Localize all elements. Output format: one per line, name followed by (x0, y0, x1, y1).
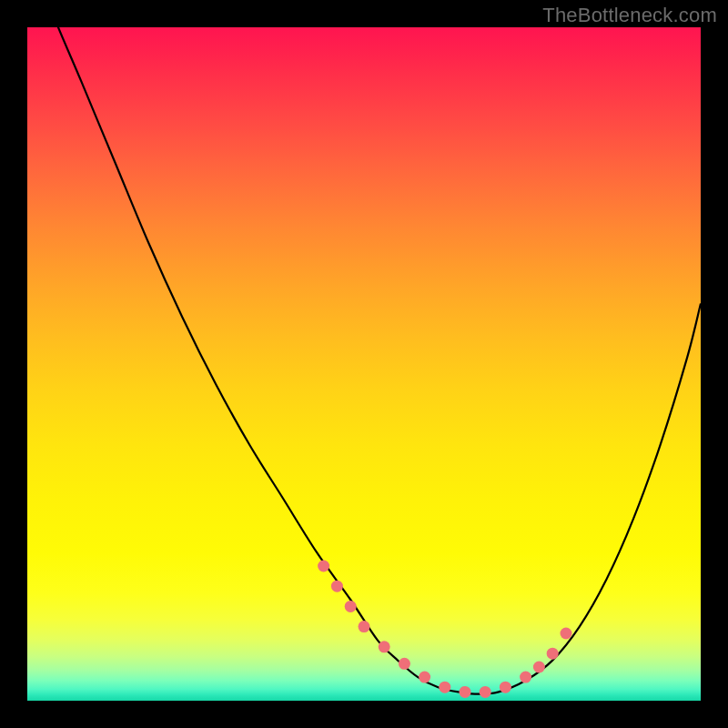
sample-dot (439, 682, 450, 693)
sample-dot (547, 648, 559, 660)
bottleneck-curve (27, 27, 701, 694)
sample-dots-group (318, 561, 571, 698)
watermark-text: TheBottleneck.com (542, 4, 717, 27)
sample-dot (318, 561, 329, 572)
chart-frame: TheBottleneck.com (0, 0, 728, 728)
sample-dot (345, 601, 357, 612)
sample-dot (533, 662, 545, 673)
sample-dot (480, 686, 491, 698)
sample-dot (520, 672, 531, 683)
sample-dot (331, 581, 343, 592)
sample-dot (379, 641, 390, 652)
sample-dot (419, 672, 430, 683)
plot-area (27, 27, 701, 701)
sample-dot (460, 686, 471, 698)
sample-dot (359, 621, 370, 632)
sample-dot (561, 628, 572, 640)
sample-dot (399, 658, 410, 670)
sample-dot (500, 682, 511, 693)
bottleneck-curve-svg (27, 27, 701, 701)
